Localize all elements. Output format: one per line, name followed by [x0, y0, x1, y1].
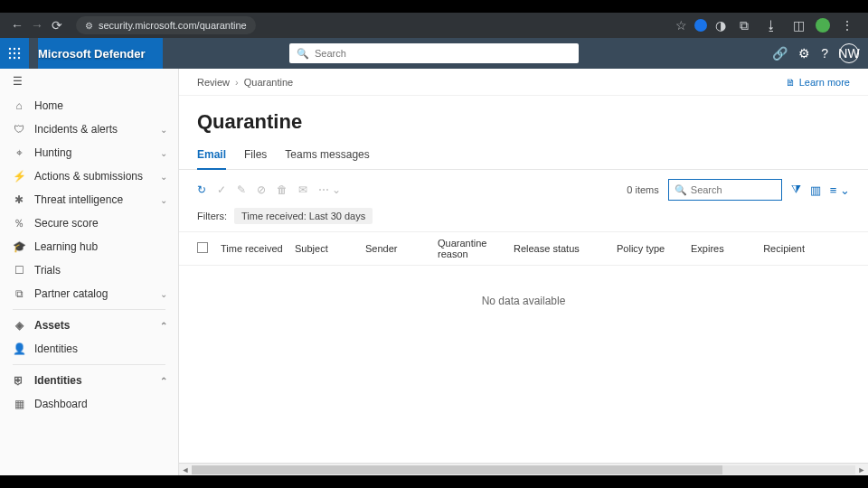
extension-icon[interactable]: ◑	[711, 15, 731, 35]
actions-icon: ⚡	[11, 170, 27, 183]
sidebar-item-incidents[interactable]: 🛡 Incidents & alerts ⌄	[0, 117, 178, 141]
app-launcher-icon[interactable]	[0, 38, 29, 69]
download-icon[interactable]: ⭳	[761, 15, 781, 35]
sidebar: ☰ ⌂ Home 🛡 Incidents & alerts ⌄ ⌖ Huntin…	[0, 69, 179, 475]
more-icon[interactable]: ⋯ ⌄	[318, 183, 341, 196]
columns-icon[interactable]: ▥	[810, 183, 821, 197]
filter-pill-value: Last 30 days	[309, 211, 365, 221]
sidebar-collapse-icon[interactable]: ☰	[0, 69, 178, 94]
learn-more-link[interactable]: 🗎 Learn more	[786, 77, 850, 88]
horizontal-scrollbar[interactable]: ◄ ►	[179, 463, 868, 475]
forward-icon[interactable]: →	[27, 15, 47, 35]
table-header: Time received Subject Sender Quarantine …	[179, 231, 868, 266]
breadcrumb-root[interactable]: Review	[197, 77, 230, 88]
sidebar-item-trials[interactable]: ☐ Trials	[0, 258, 178, 282]
chevron-up-icon: ⌃	[160, 321, 167, 331]
browser-toolbar: ← → ⟳ ⚙ security.microsoft.com/quarantin…	[0, 13, 868, 38]
sidebar-divider	[13, 309, 165, 310]
col-expires[interactable]: Expires	[691, 243, 763, 254]
select-all-checkbox[interactable]	[197, 242, 221, 255]
sidebar-group-label: Identities	[34, 374, 160, 387]
col-sender[interactable]: Sender	[365, 243, 438, 254]
block-icon: ⊘	[257, 183, 266, 196]
chevron-down-icon: ⌄	[160, 125, 167, 135]
help-icon[interactable]: ?	[821, 46, 828, 61]
col-recipient[interactable]: Recipient	[763, 243, 814, 254]
trials-icon: ☐	[11, 264, 27, 277]
sidebar-item-label: Home	[34, 99, 167, 112]
product-name[interactable]: Microsoft Defender	[38, 38, 163, 69]
address-bar[interactable]: ⚙ security.microsoft.com/quarantine	[76, 16, 256, 34]
sidebar-item-hunting[interactable]: ⌖ Hunting ⌄	[0, 141, 178, 164]
home-icon: ⌂	[11, 99, 27, 112]
partner-icon: ⧉	[11, 287, 27, 300]
bookmark-star-icon[interactable]: ☆	[671, 15, 691, 35]
sidebar-item-threat-intel[interactable]: ✱ Threat intelligence ⌄	[0, 188, 178, 211]
scroll-thumb[interactable]	[192, 465, 722, 474]
extensions-puzzle-icon[interactable]: ⧉	[734, 15, 754, 35]
identities-icon: ⛨	[11, 374, 27, 387]
filter-pill-time-received[interactable]: Time received: Last 30 days	[234, 208, 373, 224]
col-release-status[interactable]: Release status	[514, 243, 617, 254]
sidebar-item-label: Trials	[34, 264, 167, 277]
user-avatar[interactable]: NW	[839, 43, 859, 63]
chevron-down-icon: ⌄	[160, 172, 167, 182]
preview-icon: ✉	[298, 183, 307, 196]
sidebar-item-dashboard[interactable]: ▦ Dashboard	[0, 392, 178, 416]
sidebar-item-label: Actions & submissions	[34, 170, 160, 183]
filters-label: Filters:	[197, 211, 227, 221]
profile-avatar-icon[interactable]	[816, 18, 830, 33]
person-icon: 👤	[11, 343, 27, 355]
tab-teams[interactable]: Teams messages	[285, 143, 369, 169]
letterbox-top	[0, 0, 868, 13]
site-info-icon[interactable]: ⚙	[85, 21, 93, 31]
reload-icon[interactable]: ⟳	[47, 15, 67, 35]
scroll-right-icon[interactable]: ►	[855, 465, 868, 474]
col-policy-type[interactable]: Policy type	[617, 243, 691, 254]
delete-icon: 🗑	[277, 183, 288, 196]
sidebar-item-secure-score[interactable]: ％ Secure score	[0, 211, 178, 235]
col-quarantine-reason[interactable]: Quarantine reason	[438, 238, 514, 259]
threat-icon: ✱	[11, 193, 27, 206]
grid-search[interactable]: 🔍	[668, 179, 782, 201]
sidebar-item-actions[interactable]: ⚡ Actions & submissions ⌄	[0, 164, 178, 188]
filter-pill-key: Time received:	[241, 211, 309, 221]
letterbox-bottom	[0, 475, 868, 488]
chevron-down-icon: ⌄	[160, 289, 167, 299]
sidebar-item-learning[interactable]: 🎓 Learning hub	[0, 235, 178, 258]
sidebar-item-label: Dashboard	[34, 398, 167, 410]
page-title: Quarantine	[179, 96, 868, 139]
assets-icon: ◈	[11, 319, 27, 332]
back-icon[interactable]: ←	[7, 15, 27, 35]
svg-point-7	[14, 57, 15, 59]
grid-search-input[interactable]	[691, 184, 776, 195]
tab-strip: Email Files Teams messages	[179, 139, 868, 170]
sidebar-group-identities[interactable]: ⛨ Identities ⌃	[0, 369, 178, 392]
group-icon[interactable]: ≡ ⌄	[830, 183, 850, 197]
col-subject[interactable]: Subject	[295, 243, 365, 254]
side-panel-icon[interactable]: ◫	[788, 15, 808, 35]
command-toolbar: ↻ ✓ ✎ ⊘ 🗑 ✉ ⋯ ⌄ 0 items 🔍 ⧩ ▥ ≡ ⌄	[179, 170, 868, 206]
tab-files[interactable]: Files	[244, 143, 267, 169]
tab-email[interactable]: Email	[197, 143, 226, 170]
app-header: Microsoft Defender 🔍 🔗 ⚙ ? NW	[0, 38, 868, 69]
svg-point-3	[9, 52, 11, 54]
main-content: Review › Quarantine 🗎 Learn more Quarant…	[179, 69, 868, 475]
sidebar-item-home[interactable]: ⌂ Home	[0, 94, 178, 117]
global-search-input[interactable]	[315, 48, 571, 59]
link-icon[interactable]: 🔗	[772, 46, 788, 61]
chevron-down-icon: ⌄	[160, 148, 167, 158]
filter-icon[interactable]: ⧩	[791, 183, 801, 197]
sidebar-group-assets[interactable]: ◈ Assets ⌃	[0, 314, 178, 337]
sidebar-item-identities[interactable]: 👤 Identities	[0, 337, 178, 361]
scroll-left-icon[interactable]: ◄	[179, 465, 192, 474]
global-search[interactable]: 🔍	[289, 43, 579, 63]
browser-menu-icon[interactable]: ⋮	[837, 15, 857, 35]
refresh-icon[interactable]: ↻	[197, 183, 206, 196]
lens-icon[interactable]	[694, 19, 707, 32]
approve-icon: ✓	[217, 183, 226, 196]
scroll-track[interactable]	[192, 465, 855, 474]
sidebar-item-partner[interactable]: ⧉ Partner catalog ⌄	[0, 282, 178, 305]
col-time-received[interactable]: Time received	[221, 243, 295, 254]
settings-gear-icon[interactable]: ⚙	[798, 46, 810, 61]
